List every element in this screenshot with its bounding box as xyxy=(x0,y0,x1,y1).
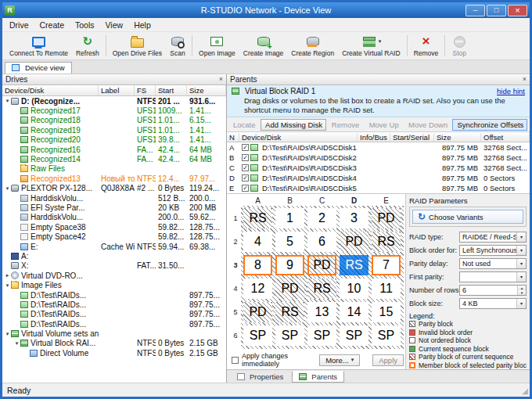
raid-block-b-6[interactable]: SP xyxy=(275,325,304,346)
raid-block-d-1[interactable]: 3 xyxy=(340,208,368,228)
close-button[interactable] xyxy=(508,5,527,16)
maximize-button[interactable] xyxy=(487,5,506,16)
grid-col-header-d[interactable]: D xyxy=(340,196,368,205)
grid-col-header-b[interactable]: B xyxy=(275,196,304,205)
raid-block-d-5[interactable]: 14 xyxy=(340,302,368,322)
collapse-icon[interactable] xyxy=(4,282,11,289)
raid-block-b-4[interactable]: PD xyxy=(275,279,304,299)
dropdown-arrow-icon[interactable] xyxy=(379,38,382,45)
row-checkbox[interactable] xyxy=(242,144,249,151)
tree-row-x[interactable]: X:FAT...31.50... xyxy=(2,261,226,271)
dropdown-arrow-icon[interactable] xyxy=(516,232,526,242)
tree-row-d-test-raids[interactable]: D:\Test\RAIDs...897.75... xyxy=(2,290,226,300)
resize-grip[interactable] xyxy=(522,386,528,395)
raid-block-c-1[interactable]: 2 xyxy=(307,208,336,228)
action-add-missing-disk[interactable]: Add Missing Disk xyxy=(261,119,326,131)
raid-block-a-6[interactable]: SP xyxy=(243,325,272,346)
toolbar-open-image[interactable]: Open Image xyxy=(195,33,239,59)
toolbar-stop[interactable]: Stop xyxy=(448,33,471,59)
raid-block-e-1[interactable]: PD xyxy=(372,208,401,228)
column-n[interactable]: N xyxy=(227,133,239,142)
tree-row-recognized17[interactable]: Recognized17UFS11009...1.41... xyxy=(2,106,226,115)
toolbar-create-virtual-raid[interactable]: Create Virtual RAID xyxy=(338,33,404,59)
tab-properties[interactable]: Properties xyxy=(230,371,290,383)
column-device-disk[interactable]: Device/Disk xyxy=(2,85,99,95)
row-checkbox[interactable] xyxy=(242,164,249,171)
raid-block-d-2[interactable]: PD xyxy=(340,232,368,252)
column-device-disk[interactable]: Device/Disk xyxy=(239,133,358,142)
grid-row-header-1[interactable]: 1 xyxy=(230,208,241,232)
dropdown-arrow-icon[interactable] xyxy=(516,299,526,308)
raid-block-c-6[interactable]: SP xyxy=(307,325,336,346)
minimize-button[interactable] xyxy=(466,5,485,16)
raid-block-a-1[interactable]: RS xyxy=(243,208,272,228)
grid-row-header-6[interactable]: 6 xyxy=(230,325,241,349)
raid-block-e-4[interactable]: 11 xyxy=(372,279,401,299)
more-button[interactable]: More... xyxy=(319,354,360,366)
tree-row-recognized13[interactable]: Recognized13Новый томNTFS12.4...97.97... xyxy=(2,174,226,183)
tree-row-recognized20[interactable]: Recognized20UFS139.8...1.41... xyxy=(2,135,226,145)
tree-row-recognized16[interactable]: Recognized16FA...42.4...64 MB xyxy=(2,145,226,154)
grid-col-header-e[interactable]: E xyxy=(372,196,401,205)
grid-row-header-2[interactable]: 2 xyxy=(230,232,241,255)
raid-block-b-5[interactable]: RS xyxy=(275,302,304,322)
grid-col-header-a[interactable]: A xyxy=(243,196,272,205)
tree-row-recognized14[interactable]: Recognized14FA...42.4...64 MB xyxy=(2,154,226,164)
tree-row-plextor-px-128[interactable]: PLEXTOR PX-128...Q0J8X8AF...#2 ...0 Byte… xyxy=(2,184,226,193)
grid-row-header-3[interactable]: 3 xyxy=(230,255,241,279)
toolbar-open-drive-files[interactable]: Open Drive Files xyxy=(109,33,166,59)
choose-variants-button[interactable]: Choose Variants xyxy=(412,210,523,224)
collapse-icon[interactable] xyxy=(4,98,11,104)
raid-block-c-3[interactable]: PD xyxy=(307,255,336,275)
expand-icon[interactable] xyxy=(4,272,11,279)
tree-row-e[interactable]: E:Cache WinNTFS59.94...69.38... xyxy=(2,242,226,251)
title-bar[interactable]: R-STUDIO Network - Device View xyxy=(2,2,530,18)
tree-row-d-recognize[interactable]: D: (Recognize...NTFS201 ...931.6... xyxy=(2,96,226,106)
tree-row-d-test-raids[interactable]: D:\Test\RAIDs...897.75... xyxy=(2,310,226,319)
column-label[interactable]: Label xyxy=(99,85,135,95)
raid-block-e-5[interactable]: 15 xyxy=(372,302,401,322)
parents-table-row-e[interactable]: ED:\Test\RAIDs\RAID5CDisk5...897.75 MB0 … xyxy=(227,183,530,193)
column-fs[interactable]: FS xyxy=(135,85,156,95)
param-first-parity[interactable] xyxy=(459,271,527,282)
row-checkbox[interactable] xyxy=(242,154,249,161)
raid-block-d-6[interactable]: SP xyxy=(340,325,368,346)
close-panel-icon[interactable] xyxy=(523,76,527,83)
raid-block-a-4[interactable]: 12 xyxy=(243,279,272,299)
toolbar-refresh[interactable]: Refresh xyxy=(72,33,103,59)
raid-block-c-4[interactable]: RS xyxy=(307,279,336,299)
dropdown-arrow-icon[interactable] xyxy=(516,246,526,255)
parents-table-row-b[interactable]: BD:\Test\RAIDs\RAID5CDisk2...897.75 MB32… xyxy=(227,153,530,163)
tree-row-a[interactable]: A: xyxy=(2,251,226,261)
tab-parents[interactable]: Parents xyxy=(292,371,344,383)
apply-button[interactable]: Apply xyxy=(372,354,404,366)
collapse-icon[interactable] xyxy=(4,331,11,337)
menu-help[interactable]: Help xyxy=(128,20,156,31)
toolbar-scan[interactable]: Scan xyxy=(166,33,189,59)
tree-row-raw-files[interactable]: Raw Files xyxy=(2,164,226,174)
parents-table-row-d[interactable]: DD:\Test\RAIDs\RAID5CDisk4...897.75 MB0 … xyxy=(227,173,530,183)
column-start-serial[interactable]: Start/Serial xyxy=(390,133,434,142)
grid-row-header-4[interactable]: 4 xyxy=(230,279,241,302)
close-panel-icon[interactable] xyxy=(219,76,223,83)
spinner-down-icon[interactable] xyxy=(518,290,526,295)
parents-table-row-c[interactable]: CD:\Test\RAIDs\RAID5CDisk3...897.75 MB32… xyxy=(227,163,530,173)
row-checkbox[interactable] xyxy=(242,185,249,192)
column-info-bus[interactable]: Info/Bus xyxy=(358,133,390,142)
tree-row-d-test-raids[interactable]: D:\Test\RAIDs...897.75... xyxy=(2,300,226,309)
raid-block-b-3[interactable]: 9 xyxy=(275,255,304,275)
column-offset[interactable]: Offset xyxy=(481,133,530,142)
tree-row-recognized19[interactable]: Recognized19UFS11.01...1.41... xyxy=(2,125,226,135)
parents-table-row-a[interactable]: AD:\Test\RAIDs\RAID5CDisk1...897.75 MB32… xyxy=(227,142,530,153)
raid-block-d-4[interactable]: 10 xyxy=(340,279,368,299)
raid-block-a-5[interactable]: PD xyxy=(243,302,272,322)
tree-row-virtual-dvd-ro[interactable]: Virtual DVD-RO... xyxy=(2,271,226,280)
collapse-icon[interactable] xyxy=(13,340,20,347)
raid-block-e-2[interactable]: RS xyxy=(372,232,401,252)
menu-create[interactable]: Create xyxy=(34,20,70,31)
apply-changes-checkbox[interactable] xyxy=(232,357,239,364)
raid-block-e-6[interactable]: SP xyxy=(372,325,401,346)
dropdown-arrow-icon[interactable] xyxy=(516,259,526,268)
raid-block-a-3[interactable]: 8 xyxy=(243,255,272,275)
hide-hint-link[interactable]: hide hint xyxy=(497,87,525,95)
